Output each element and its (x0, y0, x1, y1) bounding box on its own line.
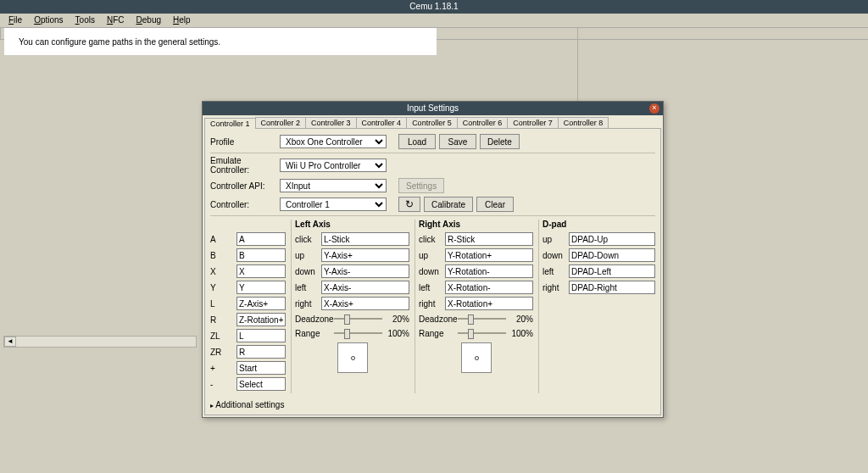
menu-nfc[interactable]: NFC (102, 14, 130, 27)
range-label-l: Range (295, 329, 331, 338)
right-axis-map-input[interactable] (445, 264, 533, 278)
right-axis-map-row: down (419, 264, 533, 278)
button-map-input[interactable] (236, 361, 286, 375)
input-settings-dialog: Input Settings × Controller 1 Controller… (202, 101, 664, 418)
tab-controller-4[interactable]: Controller 4 (356, 117, 408, 128)
button-map-label: + (210, 364, 234, 373)
left-axis-column: Left Axis clickupdownleftright Deadzone … (295, 220, 415, 393)
menubar: File Options Tools NFC Debug Help (0, 14, 868, 27)
left-axis-map-label: down (295, 267, 319, 276)
button-map-input[interactable] (236, 329, 286, 342)
right-stick-preview (461, 342, 492, 373)
profile-label: Profile (210, 137, 276, 147)
tab-controller-2[interactable]: Controller 2 (255, 117, 307, 128)
clear-button[interactable]: Clear (476, 197, 514, 212)
emulate-select[interactable]: Wii U Pro Controller (280, 159, 387, 172)
dpad-map-row: down (542, 248, 655, 262)
left-axis-map-input[interactable] (321, 248, 409, 262)
button-map-input[interactable] (236, 377, 286, 391)
range-slider-l[interactable] (334, 327, 382, 339)
left-axis-map-input[interactable] (321, 281, 409, 294)
menu-tools[interactable]: Tools (70, 14, 100, 27)
controller-label: Controller: (210, 200, 276, 209)
right-axis-map-label: left (419, 283, 442, 292)
profile-select[interactable]: Xbox One Controller (280, 135, 387, 148)
controller-select[interactable]: Controller 1 (280, 198, 387, 211)
right-axis-map-input[interactable] (445, 297, 533, 310)
left-axis-map-label: up (295, 251, 319, 260)
dpad-map-input[interactable] (569, 281, 655, 294)
left-axis-map-label: left (295, 283, 319, 292)
dpad-map-label: up (542, 235, 566, 244)
calibrate-button[interactable]: Calibrate (424, 197, 473, 212)
deadzone-slider-l[interactable] (334, 313, 382, 325)
tab-controller-3[interactable]: Controller 3 (305, 117, 357, 128)
button-map-input[interactable] (236, 281, 286, 294)
left-axis-map-input[interactable] (321, 264, 409, 278)
button-map-input[interactable] (236, 264, 286, 278)
right-axis-map-label: up (419, 251, 442, 260)
left-axis-map-input[interactable] (321, 232, 409, 246)
button-map-input[interactable] (236, 345, 286, 359)
left-axis-map-input[interactable] (321, 297, 409, 310)
button-map-input[interactable] (236, 297, 286, 310)
button-map-row: X (210, 264, 286, 278)
emulate-label: Emulate Controller: (210, 156, 276, 175)
close-icon[interactable]: × (649, 103, 659, 114)
horizontal-scrollbar[interactable]: ◄ (3, 336, 197, 348)
right-axis-map-label: down (419, 267, 442, 276)
right-axis-map-input[interactable] (445, 232, 533, 246)
save-button[interactable]: Save (439, 134, 476, 149)
left-axis-map-row: click (295, 232, 409, 246)
menu-debug[interactable]: Debug (131, 14, 166, 27)
deadzone-slider-r[interactable] (458, 313, 506, 325)
left-stick-preview (337, 342, 368, 373)
dialog-title: Input Settings × (203, 102, 663, 115)
button-map-input[interactable] (236, 232, 286, 246)
menu-file[interactable]: File (3, 14, 27, 27)
right-axis-map-input[interactable] (445, 248, 533, 262)
button-map-row: B (210, 248, 286, 262)
dpad-map-input[interactable] (569, 248, 655, 262)
menu-options[interactable]: Options (29, 14, 68, 27)
tab-controller-6[interactable]: Controller 6 (457, 117, 509, 128)
tab-controller-7[interactable]: Controller 7 (507, 117, 559, 128)
left-axis-map-label: click (295, 235, 319, 244)
range-value-l: 100% (386, 329, 409, 338)
settings-button[interactable]: Settings (398, 178, 444, 193)
button-map-input[interactable] (236, 313, 286, 326)
load-button[interactable]: Load (398, 134, 436, 149)
tab-controller-8[interactable]: Controller 8 (558, 117, 609, 128)
dpad-map-input[interactable] (569, 232, 655, 246)
dpad-map-label: down (542, 251, 566, 260)
deadzone-label-l: Deadzone (295, 314, 331, 324)
tab-controller-5[interactable]: Controller 5 (406, 117, 458, 128)
right-axis-map-row: click (419, 232, 533, 246)
right-axis-map-input[interactable] (445, 281, 533, 294)
dialog-body: Profile Xbox One Controller Load Save De… (204, 128, 661, 415)
scroll-left-icon[interactable]: ◄ (4, 337, 16, 347)
api-select[interactable]: XInput (280, 179, 387, 192)
dpad-map-row: left (542, 264, 655, 278)
left-axis-map-row: up (295, 248, 409, 262)
delete-button[interactable]: Delete (480, 134, 520, 149)
tab-controller-1[interactable]: Controller 1 (204, 118, 256, 129)
menu-help[interactable]: Help (168, 14, 196, 27)
left-axis-map-row: right (295, 297, 409, 310)
refresh-icon[interactable]: ↻ (398, 197, 420, 212)
left-axis-map-row: down (295, 264, 409, 278)
dpad-map-input[interactable] (569, 264, 655, 278)
buttons-column: ABXYLRZLZR+- (210, 220, 292, 393)
scroll-track[interactable] (16, 337, 196, 347)
dpad-map-row: right (542, 281, 655, 294)
dialog-title-text: Input Settings (407, 103, 459, 113)
additional-settings-expander[interactable]: Additional settings (210, 400, 655, 409)
right-axis-map-row: up (419, 248, 533, 262)
button-map-input[interactable] (236, 248, 286, 262)
main-window-title: Cemu 1.18.1 (0, 0, 868, 14)
button-map-label: B (210, 251, 234, 260)
controller-tabs: Controller 1 Controller 2 Controller 3 C… (203, 115, 663, 128)
range-slider-r[interactable] (458, 327, 506, 339)
button-map-row: R (210, 313, 286, 326)
right-axis-head: Right Axis (419, 220, 533, 230)
